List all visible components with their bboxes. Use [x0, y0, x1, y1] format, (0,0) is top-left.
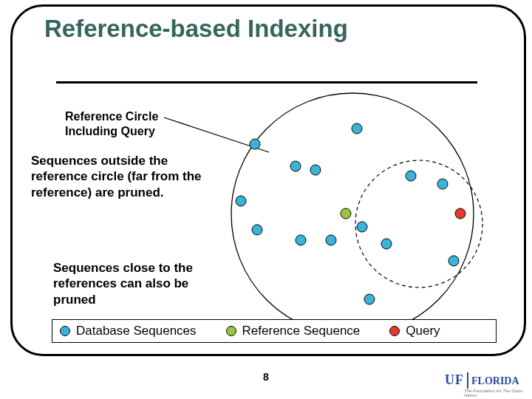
logo-florida: FLORIDA: [471, 375, 519, 386]
logo-divider-icon: [467, 372, 468, 389]
uf-logo: UFFLORIDA The Foundation for The Gator N…: [445, 372, 526, 396]
logo-tagline: The Foundation for The Gator Nation: [464, 389, 526, 398]
dot-icon: [226, 326, 236, 336]
slide-title: Reference-based Indexing: [44, 15, 348, 43]
logo-uf: UF: [445, 372, 464, 387]
dot-icon: [60, 326, 70, 336]
label-reference-circle: Reference Circle Including Query: [65, 109, 198, 139]
dot-icon: [389, 326, 400, 336]
label-close-pruned: Sequences close to the references can al…: [53, 260, 201, 307]
legend-item-db: Database Sequences: [60, 324, 197, 338]
legend-db-label: Database Sequences: [76, 324, 197, 338]
label-outside-pruned: Sequences outside the reference circle (…: [31, 153, 208, 200]
legend-ref-label: Reference Sequence: [242, 324, 361, 338]
title-rule: [56, 81, 477, 83]
slide-stage: Reference-based Indexing Reference Circl…: [0, 0, 532, 399]
legend-box: Database Sequences Reference Sequence Qu…: [52, 319, 497, 343]
legend-query-label: Query: [406, 324, 440, 338]
legend-item-query: Query: [389, 324, 440, 338]
legend-item-ref: Reference Sequence: [226, 324, 361, 338]
